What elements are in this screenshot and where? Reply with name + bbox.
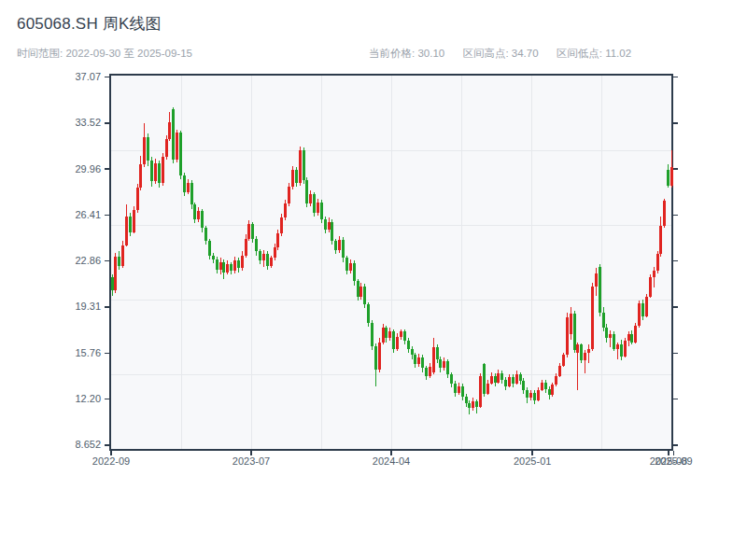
x-tick-label: 2023-07 [214, 455, 289, 467]
candle [627, 334, 630, 341]
y-axis-tick-right [673, 168, 678, 170]
candle [121, 245, 124, 266]
candle [111, 277, 114, 290]
x-tick-label: 2025-09 [636, 455, 711, 467]
candle [288, 187, 290, 203]
candle [172, 109, 175, 160]
candle [331, 222, 333, 242]
candle [230, 264, 233, 271]
y-tick-label: 8.652 [45, 439, 101, 450]
y-tick-label: 26.41 [45, 209, 101, 220]
candle [494, 376, 497, 383]
x-tick-label: 2025-01 [495, 455, 570, 467]
candle [414, 355, 416, 364]
candle [439, 359, 442, 369]
candle [291, 170, 294, 187]
candle [187, 183, 190, 192]
candle [605, 328, 608, 338]
range-low-label: 区间低点: 11.02 [557, 48, 631, 59]
candle [667, 170, 669, 186]
candle [226, 264, 229, 272]
candle [309, 194, 312, 203]
kline-chart-window: 605068.SH 周K线图 时间范围: 2022-09-30 至 2025-0… [0, 0, 747, 560]
candle [555, 376, 557, 385]
page-title: 605068.SH 周K线图 [17, 13, 162, 35]
candle [125, 217, 128, 245]
y-axis-tick-right [673, 444, 678, 446]
candle [529, 393, 532, 399]
candle [599, 267, 601, 313]
y-tick-label: 33.52 [45, 117, 101, 128]
candle [204, 228, 207, 241]
y-axis-tick [105, 399, 109, 400]
candle [274, 247, 276, 258]
candle [385, 328, 388, 338]
candle [313, 194, 316, 212]
candle [334, 241, 337, 250]
candle [454, 384, 457, 393]
price-info-bar: 当前价格: 30.10 区间高点: 34.70 区间低点: 11.02 [369, 47, 646, 61]
candle [663, 201, 666, 225]
candle [139, 164, 142, 188]
candle [544, 383, 547, 389]
candle-wick [610, 330, 611, 347]
candle [162, 157, 164, 183]
candle [584, 353, 586, 360]
y-axis-tick-right [673, 77, 678, 78]
candle [201, 211, 204, 228]
candle [303, 150, 305, 180]
candle [490, 376, 493, 384]
candle [425, 368, 428, 375]
candle [580, 344, 583, 360]
y-axis-tick [105, 260, 109, 262]
candle [328, 222, 331, 230]
candle [338, 240, 341, 250]
candle [219, 262, 222, 270]
candle [591, 287, 594, 349]
candle [573, 314, 576, 350]
candle [641, 303, 644, 316]
candle [359, 287, 362, 297]
candle [197, 211, 200, 218]
candle [233, 260, 236, 271]
y-axis-tick-right [673, 122, 678, 124]
y-axis-tick-right [673, 260, 678, 262]
candle [176, 133, 178, 160]
candle [609, 334, 612, 338]
candle [595, 273, 598, 287]
v-gridline [391, 76, 392, 449]
x-tick-label: 2022-09 [74, 455, 148, 467]
y-tick-label: 19.31 [45, 301, 101, 312]
candle [649, 277, 652, 297]
candle [147, 137, 149, 161]
candle [241, 256, 244, 269]
candle [512, 377, 514, 384]
candle [450, 374, 453, 384]
candle [537, 390, 540, 400]
candle [421, 357, 424, 368]
candle [212, 256, 215, 259]
candle [558, 366, 561, 376]
candle [602, 313, 605, 329]
candle [324, 219, 327, 230]
candle [645, 297, 648, 316]
candle [382, 328, 385, 342]
candle [251, 224, 254, 238]
candle [266, 254, 269, 265]
candle [638, 303, 641, 326]
candle [320, 203, 323, 219]
candle [259, 251, 261, 260]
candle [183, 175, 186, 192]
candle [136, 188, 139, 210]
candle [497, 373, 500, 383]
candle [526, 390, 529, 398]
candle [165, 139, 168, 157]
candle [504, 380, 507, 386]
candle [245, 239, 247, 256]
candle [367, 304, 370, 322]
candle [114, 257, 117, 290]
candle [562, 355, 565, 365]
candle [630, 334, 633, 342]
candle [486, 384, 489, 394]
candle [295, 170, 298, 183]
